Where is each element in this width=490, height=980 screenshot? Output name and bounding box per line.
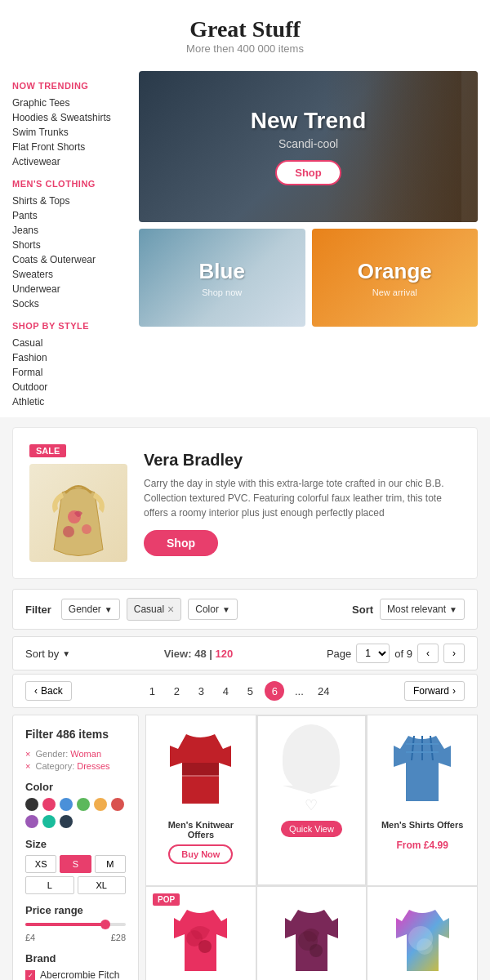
remove-gender-filter[interactable]: × <box>25 749 30 759</box>
svg-point-14 <box>416 938 433 955</box>
forward-button[interactable]: Forward › <box>404 681 465 701</box>
sidebar-item-sweaters[interactable]: Sweaters <box>12 267 131 282</box>
gender-filter-label: Gender: Woman <box>36 749 102 759</box>
page-select[interactable]: 123 <box>356 644 390 663</box>
blue-banner[interactable]: Blue Shop now <box>139 229 305 327</box>
category-filter-label: Category: Dresses <box>36 761 110 771</box>
size-grid-2: L XL <box>25 876 126 894</box>
brand-filter-title: Brand <box>25 952 126 964</box>
page-4[interactable]: 4 <box>216 681 235 701</box>
svg-point-12 <box>310 944 323 957</box>
page-label: Page <box>327 648 351 660</box>
pop-badge: POP <box>153 893 180 906</box>
size-xs[interactable]: XS <box>25 855 56 873</box>
sidebar-item-activewear[interactable]: Activewear <box>12 154 131 169</box>
color-teal[interactable] <box>42 815 56 828</box>
sidebar-item-socks[interactable]: Socks <box>12 296 131 311</box>
view-120[interactable]: 120 <box>216 648 234 660</box>
forward-label: Forward <box>413 685 449 697</box>
next-page-button[interactable]: › <box>443 644 465 663</box>
sidebar-item-swim-trunks[interactable]: Swim Trunks <box>12 125 131 140</box>
sidebar-item-flat-shorts[interactable]: Flat Front Shorts <box>12 140 131 154</box>
back-chevron-icon: ‹ <box>34 685 38 697</box>
size-s[interactable]: S <box>60 855 91 873</box>
price-range-thumb[interactable] <box>100 920 110 929</box>
price-range-bar[interactable] <box>25 923 126 926</box>
page-24[interactable]: 24 <box>314 681 333 701</box>
color-filter[interactable]: Color ▼ <box>188 599 238 620</box>
price-max: £28 <box>111 933 126 942</box>
view-label: View: <box>164 648 192 660</box>
sidebar-item-shorts[interactable]: Shorts <box>12 238 131 252</box>
color-navy[interactable] <box>60 815 73 828</box>
casual-filter-tag[interactable]: Casual × <box>127 598 182 621</box>
color-red[interactable] <box>111 798 124 811</box>
page-controls: Page 123 of 9 ‹ › <box>327 644 465 663</box>
page-1[interactable]: 1 <box>142 681 162 701</box>
promo-description: Carry the day in style with this extra-l… <box>144 476 461 520</box>
brand-abercrombie-checkbox[interactable]: ✓ <box>25 970 35 980</box>
hero-banner[interactable]: New Trend Scandi-cool Shop <box>139 71 478 222</box>
page-3[interactable]: 3 <box>191 681 211 701</box>
promo-shop-button[interactable]: Shop <box>144 530 218 556</box>
sidebar-item-coats[interactable]: Coats & Outerwear <box>12 252 131 267</box>
sidebar-item-pants[interactable]: Pants <box>12 208 131 223</box>
sidebar-item-underwear[interactable]: Underwear <box>12 282 131 296</box>
heart-icon[interactable]: ♡ <box>305 797 318 813</box>
view-48[interactable]: 48 <box>194 648 206 660</box>
active-filter-category: × Category: Dresses <box>25 761 126 771</box>
prev-page-button[interactable]: ‹ <box>417 644 439 663</box>
size-m[interactable]: M <box>95 855 126 873</box>
sidebar-item-casual[interactable]: Casual <box>12 336 131 350</box>
sort-by-control: Sort by ▼ <box>25 648 70 660</box>
color-purple[interactable] <box>25 815 38 828</box>
hero-shop-button[interactable]: Shop <box>275 160 341 185</box>
colorful-shirt-svg <box>396 910 449 971</box>
color-blue[interactable] <box>60 798 73 811</box>
size-l[interactable]: L <box>25 876 74 894</box>
sidebar-item-shirts-tops[interactable]: Shirts & Tops <box>12 194 131 208</box>
sort-select[interactable]: Most relevant ▼ <box>380 599 465 620</box>
orange-banner[interactable]: Orange New arrival <box>312 229 479 327</box>
sidebar-item-jeans[interactable]: Jeans <box>12 223 131 238</box>
color-black[interactable] <box>25 798 38 811</box>
sidebar: NOW TRENDING Graphic Tees Hoodies & Swea… <box>12 71 139 409</box>
sub-banners: Blue Shop now Orange New arrival <box>139 229 478 327</box>
brand-abercrombie[interactable]: ✓ Abercrombie Fitch <box>25 969 126 980</box>
color-yellow[interactable] <box>94 798 107 811</box>
product-grid: Men's Knitwear Offers Buy Now ♡ Quick Vi… <box>145 715 478 980</box>
page-numbers: 1 2 3 4 5 6 ... 24 <box>142 681 333 701</box>
close-icon[interactable]: × <box>167 603 174 616</box>
color-green[interactable] <box>77 798 90 811</box>
mens-label: MEN'S CLOTHING <box>12 179 131 189</box>
knitwear-buy-button[interactable]: Buy Now <box>168 844 233 864</box>
remove-category-filter[interactable]: × <box>25 761 30 771</box>
price-filter-title: Price range <box>25 904 126 916</box>
color-pink[interactable] <box>42 798 56 811</box>
filter-label: Filter <box>25 604 51 616</box>
hero-banner-text: New Trend Scandi-cool Shop <box>251 108 367 185</box>
sidebar-item-hoodies[interactable]: Hoodies & Sweatshirts <box>12 110 131 125</box>
orange-banner-sub: New arrival <box>372 287 417 297</box>
back-button[interactable]: ‹ Back <box>25 681 72 701</box>
sidebar-item-graphic-tees[interactable]: Graphic Tees <box>12 96 131 110</box>
sort-by-chevron-icon[interactable]: ▼ <box>62 649 70 658</box>
price-min: £4 <box>25 933 35 942</box>
controls-bar: Sort by ▼ View: 48 | 120 Page 123 of 9 ‹… <box>12 636 478 670</box>
sidebar-item-outdoor[interactable]: Outdoor <box>12 380 131 394</box>
svg-point-1 <box>82 524 91 534</box>
page-2[interactable]: 2 <box>167 681 186 701</box>
size-xl[interactable]: XL <box>78 876 127 894</box>
site-subtitle: More then 400 000 items <box>0 42 490 55</box>
promo-image <box>29 464 127 562</box>
sidebar-item-athletic[interactable]: Athletic <box>12 394 131 409</box>
gender-filter[interactable]: Gender ▼ <box>61 599 120 620</box>
hero-subtitle: Scandi-cool <box>251 137 367 150</box>
blue-banner-sub: Shop now <box>202 287 242 297</box>
product-purple-shirt <box>256 886 368 980</box>
sidebar-item-fashion[interactable]: Fashion <box>12 350 131 365</box>
page-6[interactable]: 6 <box>265 681 284 701</box>
sidebar-item-formal[interactable]: Formal <box>12 365 131 380</box>
page-5[interactable]: 5 <box>240 681 260 701</box>
quick-view-button[interactable]: Quick View <box>281 821 342 837</box>
